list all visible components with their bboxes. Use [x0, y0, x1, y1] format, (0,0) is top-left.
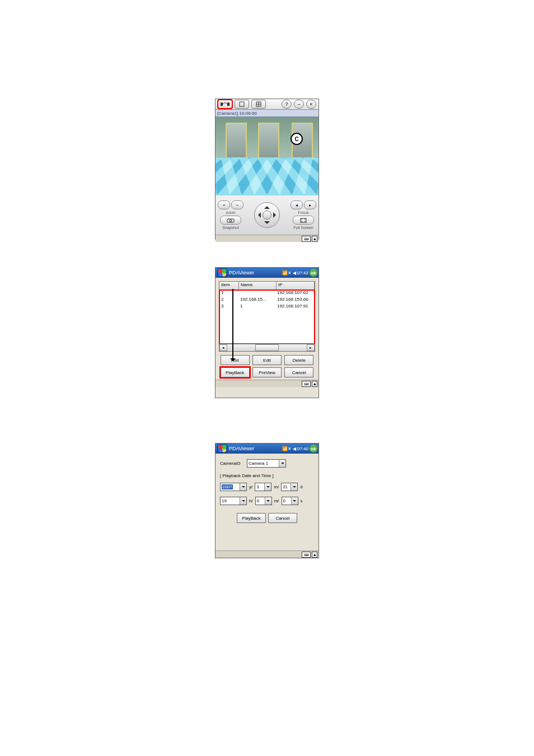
app-title: PDAViewer: [229, 270, 282, 276]
cancel-button[interactable]: Cancel: [268, 513, 297, 523]
minimize-button[interactable]: –: [294, 100, 304, 109]
viewer-window: ? – × [Camera1] 16:06:00 C + − zoom: [215, 99, 319, 240]
focus-far-button[interactable]: ▸: [304, 200, 316, 209]
header-item[interactable]: Item: [219, 282, 239, 290]
signal-icon[interactable]: 📶✕: [282, 446, 292, 451]
snapshot-button[interactable]: [220, 216, 241, 225]
list-rows[interactable]: 1192.168.107.62 2192.168.15...192.168.15…: [219, 290, 315, 344]
signal-icon[interactable]: 📶✕: [282, 270, 292, 276]
cancel-button[interactable]: Cancel: [284, 367, 313, 377]
camera-title-bar: [Camera1] 16:06:00: [216, 110, 318, 117]
ok-button[interactable]: ok: [310, 445, 317, 452]
group-header: [ Playback Date and Time ]: [220, 473, 314, 478]
svg-rect-1: [227, 102, 229, 106]
second-select[interactable]: 0: [282, 497, 298, 505]
viewer-toolbar: ? – ×: [216, 99, 318, 110]
minute-select[interactable]: 0: [255, 497, 272, 505]
header-name[interactable]: Name: [239, 282, 277, 290]
fullscreen-label: Full Screen: [293, 226, 313, 230]
focus-near-button[interactable]: ◂: [291, 200, 303, 209]
camera-label: [Camera1] 16:06:00: [217, 111, 257, 116]
volume-icon[interactable]: ◀: [293, 446, 296, 451]
scroll-thumb[interactable]: [255, 344, 279, 351]
list-row: 31192.168.107.91: [219, 304, 315, 310]
snapshot-label: Snapshot: [222, 226, 239, 230]
ptz-controls: + − zoom Snapshot ◂ ▸ Focus: [216, 195, 318, 235]
edit-button[interactable]: Edit: [252, 355, 282, 365]
svg-rect-0: [221, 102, 223, 106]
sip-up-icon[interactable]: ▴: [312, 236, 317, 242]
list-row: 2192.168.15...192.168.153.60: [219, 297, 315, 304]
scroll-left-icon[interactable]: ◂: [219, 344, 227, 351]
playback-button[interactable]: PlayBack: [237, 513, 266, 523]
fullscreen-button[interactable]: [293, 216, 314, 225]
delete-button[interactable]: Delete: [284, 355, 313, 365]
keyboard-icon[interactable]: ⌨: [302, 381, 311, 387]
h-scrollbar[interactable]: ◂ ▸: [219, 344, 315, 351]
sip-bar: ⌨ ▴: [216, 550, 318, 558]
sip-up-icon[interactable]: ▴: [312, 381, 317, 387]
clock: 07:40: [297, 446, 308, 451]
quad-view-button[interactable]: [251, 100, 266, 109]
callout-arrow-head: [230, 358, 236, 364]
playback-dialog-window: PDAViewer 📶✕ ◀ 07:40 ok CameraID Camera …: [215, 443, 319, 558]
zoom-in-button[interactable]: +: [218, 200, 230, 209]
overlay-marker: C: [291, 133, 303, 145]
connect-icon[interactable]: [218, 100, 232, 109]
app-title: PDAViewer: [229, 446, 282, 451]
hour-select[interactable]: 19: [220, 497, 247, 505]
sip-up-icon[interactable]: ▴: [312, 552, 317, 558]
camera-id-label: CameraID: [220, 461, 245, 466]
ok-button[interactable]: ok: [310, 269, 317, 277]
windows-flag-icon[interactable]: [217, 444, 227, 453]
help-button[interactable]: ?: [282, 100, 292, 109]
close-button[interactable]: ×: [306, 100, 316, 109]
header-ip[interactable]: IP: [277, 282, 315, 290]
zoom-label: zoom: [226, 211, 235, 214]
list-header: Item Name IP: [219, 282, 315, 290]
sip-bar: ⌨ ▴: [216, 235, 318, 242]
sip-bar: ⌨ ▴: [216, 380, 318, 387]
windows-flag-icon[interactable]: [217, 268, 227, 277]
zoom-out-button[interactable]: −: [231, 200, 243, 209]
playback-button[interactable]: PlayBack: [221, 367, 250, 377]
dpad[interactable]: [254, 202, 280, 228]
camera-select[interactable]: Camera 1: [247, 459, 286, 468]
keyboard-icon[interactable]: ⌨: [302, 236, 311, 242]
svg-rect-2: [240, 102, 244, 106]
video-area[interactable]: C: [216, 117, 318, 195]
title-bar: PDAViewer 📶✕ ◀ 07:42 ok: [216, 268, 318, 278]
single-view-button[interactable]: [235, 100, 249, 109]
list-row: 1192.168.107.62: [219, 290, 315, 297]
year-select[interactable]: 2007: [220, 483, 247, 491]
preview-button[interactable]: PreView: [252, 367, 282, 377]
day-select[interactable]: 21: [281, 483, 298, 491]
clock: 07:42: [297, 270, 308, 276]
callout-arrow: [232, 289, 233, 360]
focus-label: Focus: [298, 211, 308, 214]
svg-point-7: [229, 220, 232, 222]
scroll-right-icon[interactable]: ▸: [307, 344, 315, 351]
volume-icon[interactable]: ◀: [293, 270, 296, 276]
keyboard-icon[interactable]: ⌨: [302, 552, 311, 558]
month-select[interactable]: 3: [255, 483, 271, 491]
server-list-window: PDAViewer 📶✕ ◀ 07:42 ok Item Name IP 119…: [215, 267, 319, 398]
title-bar: PDAViewer 📶✕ ◀ 07:40 ok: [216, 444, 318, 454]
